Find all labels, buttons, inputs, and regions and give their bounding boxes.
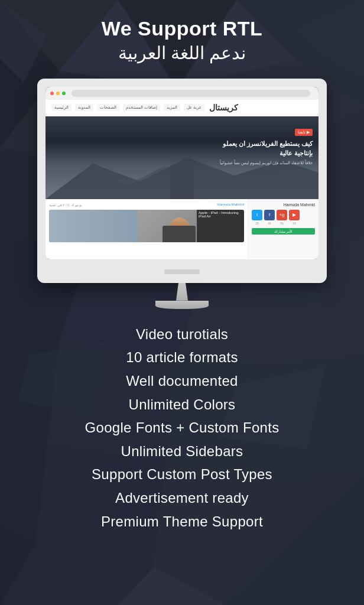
nav-item: الصفحات xyxy=(97,104,119,111)
article-sidebar-label: Hamuda Mahmid xyxy=(252,203,315,207)
feature-item-5: Unlimited Sidebars xyxy=(85,441,280,461)
browser-url-bar xyxy=(72,90,310,97)
feature-item-0: Video turotials xyxy=(85,324,280,344)
hero-badge: ▶ تابعنا xyxy=(295,129,313,136)
twitter-icon-box: t xyxy=(252,210,262,220)
hero-title-line2: بإنتاجية عالية xyxy=(280,149,313,157)
article-section: Hamuda Mahmid ▶ g+ f t 1K 56 44 xyxy=(46,199,318,258)
yt-count: 1K xyxy=(289,222,300,225)
article-author: Hamuda Mahmid xyxy=(217,203,244,206)
monitor-wrapper: كريستال الرئيسية المدونة الصفحات إضافات … xyxy=(34,79,330,313)
social-counts: 1K 56 44 28 xyxy=(252,222,315,225)
monitor-bezel: كريستال الرئيسية المدونة الصفحات إضافات … xyxy=(46,87,318,259)
article-embed: Apple - iPad - Introducing iPad Air xyxy=(49,210,244,242)
header-title-arabic: ندعم اللغة العربية xyxy=(102,41,263,66)
browser-dot-green xyxy=(62,92,66,95)
article-meta: Hamuda Mahmid يونيو ٥، ٢٠١٤ في تقنية xyxy=(49,203,244,207)
nav-logo: كريستال xyxy=(209,103,238,112)
feature-item-2: Well documented xyxy=(85,371,280,391)
feature-item-6: Support Custom Post Types xyxy=(85,464,280,484)
nav-item: المدونة xyxy=(75,104,93,111)
feature-list: Video turotials 10 article formats Well … xyxy=(85,324,280,531)
nav-item: عربة عل xyxy=(184,104,204,111)
browser-bar xyxy=(46,87,318,100)
nav-item: المزيد xyxy=(164,104,180,111)
gp-count: 56 xyxy=(277,222,287,225)
hero-title: كيف يستطيع الفريلانسرز ان يعملو بإنتاجية… xyxy=(220,139,313,158)
googleplus-icon-box: g+ xyxy=(277,210,287,220)
fb-count: 44 xyxy=(264,222,275,225)
feature-item-3: Unlimited Colors xyxy=(85,395,280,415)
nav-item: الرئيسية xyxy=(51,104,72,111)
embed-title: Apple - iPad - Introducing iPad Air xyxy=(199,211,242,218)
hero-subtitle: خلافاً للاعتقاد السائد فإن لوريم إيسوم ل… xyxy=(220,161,313,165)
feature-item-8: Premium Theme Support xyxy=(85,512,280,532)
monitor-body: كريستال الرئيسية المدونة الصفحات إضافات … xyxy=(37,79,327,283)
embed-image xyxy=(49,210,197,242)
bg-left xyxy=(49,210,138,242)
nav-item: إضافات المستخدم xyxy=(123,104,160,111)
stand-neck xyxy=(176,283,188,301)
nav-items: الرئيسية المدونة الصفحات إضافات المستخدم… xyxy=(51,104,204,111)
hero-badge-icon: ▶ xyxy=(306,130,310,134)
social-icons: ▶ g+ f t xyxy=(252,210,315,220)
embed-label: Apple - iPad - Introducing iPad Air xyxy=(197,210,244,242)
browser-dot-yellow xyxy=(56,92,60,95)
share-button[interactable]: الأمر مشاركة xyxy=(252,228,315,235)
screen-content: كريستال الرئيسية المدونة الصفحات إضافات … xyxy=(46,100,318,259)
hero-badge-label: تابعنا xyxy=(298,130,306,134)
monitor-chin xyxy=(164,269,200,274)
article-sidebar: Hamuda Mahmid ▶ g+ f t 1K 56 44 xyxy=(248,199,318,258)
hero-title-line1: كيف يستطيع الفريلانسرز ان يعملو xyxy=(223,140,313,147)
hero-area: ▶ تابعنا كيف يستطيع الفريلانسرز ان يعملو… xyxy=(46,116,318,199)
youtube-icon-box: ▶ xyxy=(289,210,300,220)
tw-count: 28 xyxy=(252,222,262,225)
site-nav: كريستال الرئيسية المدونة الصفحات إضافات … xyxy=(46,100,318,116)
header-title-english: We Support RTL xyxy=(102,17,263,41)
monitor-stand xyxy=(167,283,197,313)
feature-item-4: Google Fonts + Custom Fonts xyxy=(85,418,280,438)
header-section: We Support RTL ندعم اللغة العربية xyxy=(102,0,263,66)
article-main: Hamuda Mahmid يونيو ٥، ٢٠١٤ في تقنية App… xyxy=(46,199,248,258)
hero-text-area: ▶ تابعنا كيف يستطيع الفريلانسرز ان يعملو… xyxy=(220,125,313,165)
article-date: يونيو ٥، ٢٠١٤ في تقنية xyxy=(49,203,82,207)
facebook-icon-box: f xyxy=(264,210,275,220)
person-body xyxy=(162,226,196,242)
feature-item-1: 10 article formats xyxy=(85,347,280,367)
feature-item-7: Advertisement ready xyxy=(85,488,280,508)
stand-base xyxy=(155,301,209,309)
browser-dot-red xyxy=(50,92,54,95)
